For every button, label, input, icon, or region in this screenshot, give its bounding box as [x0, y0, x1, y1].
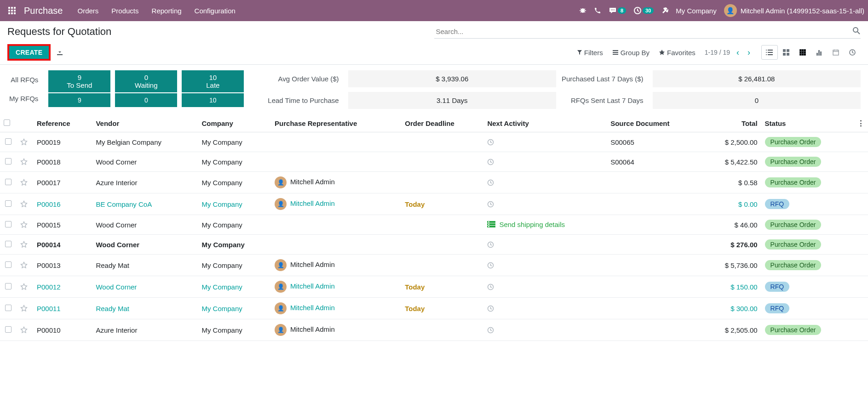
search-input[interactable]: [434, 25, 861, 39]
table-row[interactable]: P00010Azure InteriorMy Company👤Mitchell …: [0, 319, 868, 341]
pager-prev[interactable]: ‹: [735, 48, 741, 57]
star-toggle[interactable]: [17, 235, 33, 255]
search-icon[interactable]: [852, 27, 861, 35]
table-row[interactable]: P00018Wood CornerMy CompanyS00064$ 5,422…: [0, 152, 868, 172]
row-checkbox[interactable]: [5, 241, 11, 247]
th-status[interactable]: Status: [761, 114, 854, 132]
row-checkbox[interactable]: [5, 305, 11, 311]
groupby-button[interactable]: Group By: [612, 49, 650, 57]
view-activity[interactable]: [844, 45, 861, 60]
menu-orders[interactable]: Orders: [78, 7, 99, 15]
total-amount: $ 2,505.00: [725, 326, 758, 334]
star-toggle[interactable]: [17, 172, 33, 193]
import-button[interactable]: [56, 49, 63, 56]
company-selector[interactable]: My Company: [676, 7, 716, 15]
table-row[interactable]: P00013Ready MatMy Company👤Mitchell Admin…: [0, 255, 868, 276]
rep-name: Mitchell Admin: [290, 304, 335, 312]
row-checkbox[interactable]: [5, 283, 11, 289]
row-checkbox[interactable]: [5, 200, 11, 207]
activity-clock-icon[interactable]: [487, 201, 603, 208]
th-rep[interactable]: Purchase Representative: [271, 114, 401, 132]
menu-reporting[interactable]: Reporting: [152, 7, 182, 15]
table-row[interactable]: P00012Wood CornerMy Company👤Mitchell Adm…: [0, 276, 868, 298]
th-deadline[interactable]: Order Deadline: [401, 114, 483, 132]
table-row[interactable]: P00014Wood CornerMy Company$ 276.00Purch…: [0, 235, 868, 255]
menu-configuration[interactable]: Configuration: [195, 7, 236, 15]
th-options[interactable]: ⋮: [854, 114, 868, 132]
view-graph[interactable]: [811, 45, 828, 60]
favorites-button[interactable]: Favorites: [659, 49, 696, 57]
row-checkbox[interactable]: [5, 138, 11, 145]
filters-button[interactable]: Filters: [577, 49, 603, 57]
kpi-avg-order-label: Avg Order Value ($): [268, 75, 342, 83]
table-row[interactable]: P00011Ready MatMy Company👤Mitchell Admin…: [0, 298, 868, 319]
tools-icon[interactable]: [661, 7, 668, 14]
tile-my-late[interactable]: 10: [182, 93, 244, 107]
view-kanban[interactable]: [778, 45, 794, 60]
view-list[interactable]: [761, 45, 778, 60]
row-checkbox[interactable]: [5, 221, 11, 227]
activity-clock-icon[interactable]: [487, 262, 603, 269]
app-name[interactable]: Purchase: [24, 6, 63, 16]
table-row[interactable]: P00017Azure InteriorMy Company👤Mitchell …: [0, 172, 868, 193]
reference-link: P00011: [37, 305, 61, 312]
star-toggle[interactable]: [17, 193, 33, 215]
source-doc: [607, 319, 703, 341]
user-menu[interactable]: 👤 Mitchell Admin (14999152-saas-15-1-all…: [724, 4, 864, 17]
star-toggle[interactable]: [17, 255, 33, 276]
row-checkbox[interactable]: [5, 261, 11, 268]
row-checkbox[interactable]: [5, 326, 11, 333]
activity-shipping-icon[interactable]: Send shipping details: [487, 221, 565, 228]
activity-clock-icon[interactable]: [487, 241, 603, 248]
kpi-purchased-val[interactable]: $ 26,481.08: [653, 70, 861, 87]
row-checkbox[interactable]: [5, 158, 11, 164]
table-row[interactable]: P00015Wood CornerMy CompanySend shipping…: [0, 215, 868, 235]
row-checkbox[interactable]: [5, 179, 11, 185]
star-toggle[interactable]: [17, 276, 33, 298]
tile-waiting[interactable]: 0 Waiting: [115, 70, 177, 92]
activity-clock-icon[interactable]: [487, 179, 603, 186]
kpi-rfqs-sent-val[interactable]: 0: [653, 92, 861, 109]
bug-icon[interactable]: [579, 7, 586, 14]
tile-my-tosend[interactable]: 9: [48, 93, 110, 107]
th-source[interactable]: Source Document: [607, 114, 703, 132]
view-pivot[interactable]: [794, 45, 811, 60]
star-toggle[interactable]: [17, 215, 33, 235]
select-all-checkbox[interactable]: [4, 119, 10, 126]
star-toggle[interactable]: [17, 298, 33, 319]
svg-point-2: [612, 10, 613, 11]
th-total[interactable]: Total: [703, 114, 761, 132]
activities-icon[interactable]: 30: [633, 6, 654, 15]
apps-icon[interactable]: [4, 2, 20, 19]
star-toggle[interactable]: [17, 319, 33, 341]
th-company[interactable]: Company: [198, 114, 271, 132]
table-row[interactable]: P00016BE Company CoAMy Company👤Mitchell …: [0, 193, 868, 215]
pager-text[interactable]: 1-19 / 19: [705, 49, 730, 56]
activity-clock-icon[interactable]: [487, 305, 603, 312]
my-rfqs-label[interactable]: My RFQs: [7, 89, 40, 108]
svg-rect-12: [787, 53, 789, 56]
status-badge: RFQ: [765, 303, 790, 313]
activity-clock-icon[interactable]: [487, 327, 603, 334]
messaging-icon[interactable]: 8: [609, 6, 626, 15]
tile-my-waiting[interactable]: 0: [115, 93, 177, 107]
tile-tosend[interactable]: 9 To Send: [48, 70, 110, 92]
activity-clock-icon[interactable]: [487, 139, 603, 146]
kpi-avg-order-val[interactable]: $ 3,939.06: [348, 70, 556, 87]
view-calendar[interactable]: [828, 45, 844, 60]
create-button[interactable]: CREATE: [7, 44, 51, 61]
phone-icon[interactable]: [594, 7, 601, 14]
menu-products[interactable]: Products: [111, 7, 138, 15]
tile-late[interactable]: 10 Late: [182, 70, 244, 92]
th-reference[interactable]: Reference: [33, 114, 92, 132]
all-rfqs-label[interactable]: All RFQs: [7, 70, 40, 89]
star-toggle[interactable]: [17, 152, 33, 172]
table-row[interactable]: P00019My Belgian CompanyMy CompanyS00065…: [0, 132, 868, 152]
th-vendor[interactable]: Vendor: [92, 114, 198, 132]
kpi-lead-time-val[interactable]: 3.11 Days: [348, 92, 556, 109]
activity-clock-icon[interactable]: [487, 284, 603, 290]
activity-clock-icon[interactable]: [487, 159, 603, 165]
star-toggle[interactable]: [17, 132, 33, 152]
th-activity[interactable]: Next Activity: [483, 114, 607, 132]
pager-next[interactable]: ›: [746, 48, 752, 57]
